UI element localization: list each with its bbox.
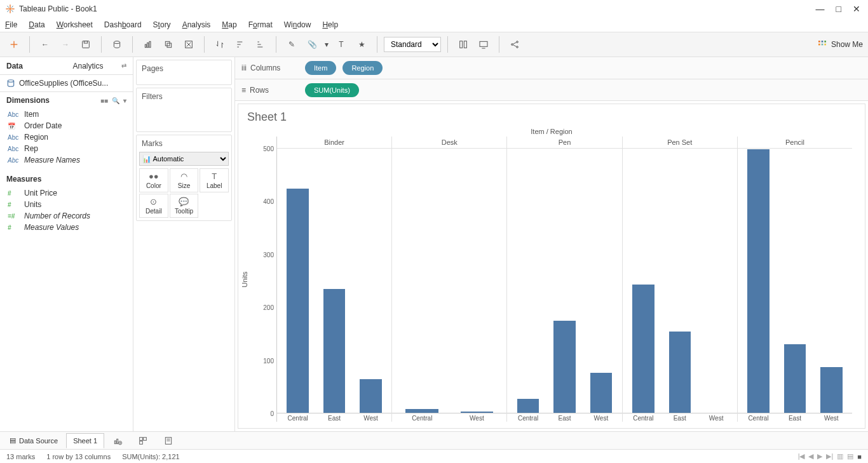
new-worksheet-tab[interactable] bbox=[105, 433, 130, 448]
show-cards-button[interactable] bbox=[454, 36, 472, 53]
nav-first[interactable]: |◀ bbox=[798, 452, 805, 460]
menu-help[interactable]: Help bbox=[322, 20, 338, 29]
data-panel: Data Analytics⇄ OfficeSupplies (OfficeSu… bbox=[0, 57, 133, 431]
bar-pen-east[interactable] bbox=[553, 321, 575, 413]
rows-shelf[interactable]: ≡Rows SUM(Units) bbox=[235, 79, 868, 100]
pin-button[interactable]: ★ bbox=[353, 36, 370, 53]
columns-shelf[interactable]: iiiColumns Item Region bbox=[235, 57, 868, 79]
bar-binder-east[interactable] bbox=[323, 289, 345, 413]
field-rep[interactable]: AbcRep bbox=[4, 143, 129, 154]
svg-rect-48 bbox=[140, 441, 143, 444]
sort-desc-button[interactable] bbox=[252, 36, 269, 53]
fit-select[interactable]: Standard bbox=[384, 37, 441, 52]
view-grid-icon[interactable]: ▥ bbox=[837, 452, 843, 460]
bar-pencil-west[interactable] bbox=[820, 367, 842, 413]
tab-data[interactable]: Data bbox=[0, 57, 67, 74]
bar-desk-west[interactable] bbox=[461, 412, 494, 413]
search-icon[interactable]: 🔍 bbox=[112, 97, 119, 104]
new-worksheet-button[interactable] bbox=[139, 36, 157, 53]
minimize-button[interactable]: — bbox=[816, 4, 825, 14]
view-list-icon[interactable]: ■■ bbox=[100, 97, 108, 104]
maximize-button[interactable]: □ bbox=[836, 4, 841, 14]
group-button[interactable]: 📎 bbox=[303, 36, 321, 53]
item-column-pen: PenCentralEastWest bbox=[507, 137, 622, 422]
bar-pen-set-east[interactable] bbox=[669, 332, 691, 413]
highlight-button[interactable]: ✎ bbox=[283, 36, 301, 53]
clear-button[interactable] bbox=[180, 36, 198, 53]
menu-window[interactable]: Window bbox=[284, 20, 311, 29]
new-story-tab[interactable] bbox=[156, 433, 180, 448]
dropdown-caret[interactable]: ▾ bbox=[323, 36, 330, 53]
redo-button[interactable]: → bbox=[57, 36, 74, 53]
menu-story[interactable]: Story bbox=[153, 20, 171, 29]
save-button[interactable] bbox=[77, 36, 95, 53]
field-item[interactable]: AbcItem bbox=[4, 109, 129, 120]
bar-pen-west[interactable] bbox=[590, 373, 612, 413]
svg-line-32 bbox=[513, 43, 516, 44]
menu-dashboard[interactable]: Dashboard bbox=[104, 20, 142, 29]
tableau-icon-button[interactable] bbox=[5, 36, 23, 53]
close-button[interactable]: ✕ bbox=[853, 4, 860, 14]
pill-region[interactable]: Region bbox=[342, 61, 383, 75]
field-number-of-records[interactable]: =#Number of Records bbox=[4, 210, 129, 222]
view-full-icon[interactable]: ■ bbox=[857, 453, 862, 460]
x-tick-label: West bbox=[353, 415, 389, 422]
status-marks: 13 marks bbox=[6, 453, 35, 460]
bar-pencil-central[interactable] bbox=[747, 149, 769, 413]
bar-pencil-east[interactable] bbox=[784, 344, 806, 413]
menu-format[interactable]: Format bbox=[248, 20, 273, 29]
labels-button[interactable]: T bbox=[332, 36, 350, 53]
pill-item[interactable]: Item bbox=[305, 61, 336, 75]
menu-caret-icon[interactable]: ▾ bbox=[123, 97, 126, 104]
marks-type-select[interactable]: 📊 Automatic bbox=[139, 152, 229, 166]
field-measure-names[interactable]: AbcMeasure Names bbox=[4, 154, 129, 166]
field-order-date[interactable]: 📅Order Date bbox=[4, 120, 129, 131]
nav-prev[interactable]: ◀ bbox=[808, 452, 813, 460]
bar-binder-central[interactable] bbox=[287, 189, 308, 413]
mark-tooltip[interactable]: 💬Tooltip bbox=[170, 194, 199, 218]
duplicate-button[interactable] bbox=[159, 36, 177, 53]
bar-pen-set-central[interactable] bbox=[632, 285, 654, 413]
field-unit-price[interactable]: #Unit Price bbox=[4, 187, 129, 199]
mark-label[interactable]: TLabel bbox=[200, 168, 229, 192]
view-list-icon[interactable]: ▤ bbox=[847, 452, 853, 460]
tab-data-source[interactable]: ▤Data Source bbox=[3, 433, 65, 448]
x-tick-label: East bbox=[316, 415, 352, 422]
nav-last[interactable]: ▶| bbox=[826, 452, 833, 460]
nav-next[interactable]: ▶ bbox=[817, 452, 822, 460]
tab-sheet1[interactable]: Sheet 1 bbox=[66, 433, 104, 448]
svg-rect-27 bbox=[480, 41, 487, 46]
share-button[interactable] bbox=[506, 36, 524, 53]
mark-detail[interactable]: ⊙Detail bbox=[139, 194, 168, 218]
filters-card[interactable]: Filters bbox=[136, 88, 232, 132]
x-tick-label: Central bbox=[740, 415, 776, 422]
mark-color[interactable]: ●●Color bbox=[139, 168, 168, 192]
new-dashboard-tab[interactable] bbox=[131, 433, 155, 448]
undo-button[interactable]: ← bbox=[36, 36, 54, 53]
sort-asc-button[interactable] bbox=[231, 36, 249, 53]
presentation-button[interactable] bbox=[475, 36, 492, 53]
swap-button[interactable] bbox=[211, 36, 229, 53]
tab-analytics[interactable]: Analytics⇄ bbox=[67, 57, 133, 74]
field-region[interactable]: AbcRegion bbox=[4, 131, 129, 143]
bar-desk-central[interactable] bbox=[405, 409, 438, 413]
pages-card[interactable]: Pages bbox=[136, 60, 232, 85]
pill-sum-units[interactable]: SUM(Units) bbox=[305, 83, 359, 97]
chart-plot[interactable]: BinderCentralEastWestDeskCentralWestPenC… bbox=[276, 137, 852, 422]
menu-map[interactable]: Map bbox=[222, 20, 236, 29]
menu-analysis[interactable]: Analysis bbox=[182, 20, 211, 29]
show-me-button[interactable]: Show Me bbox=[817, 39, 863, 50]
field-measure-values[interactable]: #Measure Values bbox=[4, 222, 129, 233]
field-units[interactable]: #Units bbox=[4, 199, 129, 210]
menu-data[interactable]: Data bbox=[29, 20, 44, 29]
menu-worksheet[interactable]: Worksheet bbox=[57, 20, 93, 29]
svg-rect-46 bbox=[140, 437, 143, 440]
menu-file[interactable]: File bbox=[5, 20, 17, 29]
bar-binder-west[interactable] bbox=[360, 379, 381, 413]
new-datasource-button[interactable] bbox=[108, 36, 126, 53]
datasource-row[interactable]: OfficeSupplies (OfficeSu... bbox=[0, 75, 133, 92]
mark-size[interactable]: ◠Size bbox=[170, 168, 199, 192]
bar-pen-central[interactable] bbox=[517, 399, 539, 413]
svg-point-31 bbox=[517, 46, 519, 48]
sheet-title[interactable]: Sheet 1 bbox=[238, 104, 865, 126]
